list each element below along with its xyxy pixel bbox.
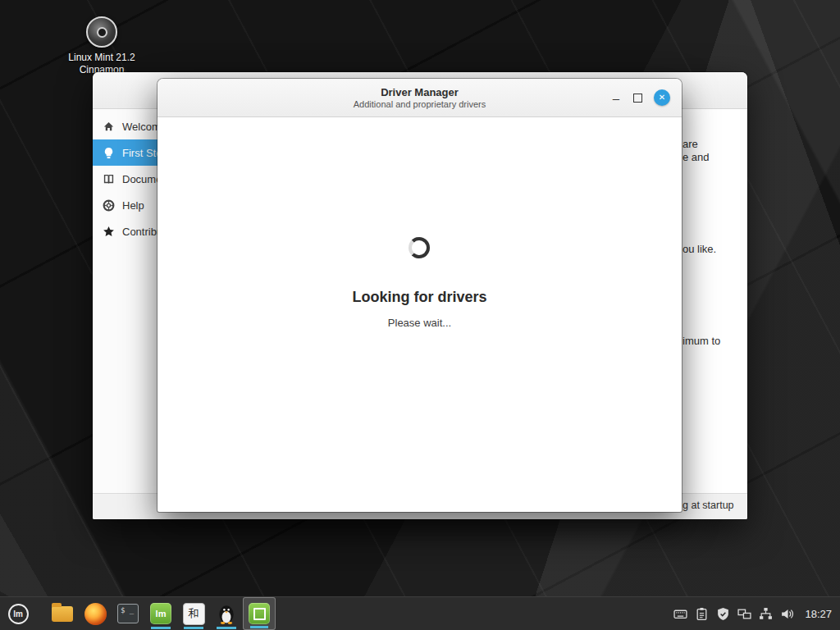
penguin-icon [217,603,236,624]
open-window-indicator [250,626,268,628]
help-lifering-icon [103,199,115,212]
minimize-icon[interactable]: – [610,91,622,105]
truncated-text: e and [682,151,710,163]
truncated-text: imum to [682,335,720,347]
star-icon [103,226,115,238]
taskbar: lm $ _ lm 和 [0,596,840,630]
maximize-icon[interactable] [633,94,642,103]
truncated-text: ou like. [682,243,716,255]
driver-manager-headerbar[interactable]: Driver Manager Additional and proprietar… [158,79,682,117]
volume-icon[interactable] [780,607,794,621]
desktop-icon-linux-mint-iso[interactable]: Linux Mint 21.2 Cinnamon [56,16,148,76]
close-icon[interactable]: ✕ [654,89,670,106]
window-button-driver-manager[interactable] [243,597,276,630]
driver-manager-window: Driver Manager Additional and proprietar… [158,79,682,512]
firefox-launcher[interactable] [79,597,112,630]
system-tray: 18:27 [673,607,840,621]
clipboard-icon[interactable] [695,607,709,621]
mint-menu-button[interactable]: lm [0,597,36,630]
mint-welcome-icon: lm [150,603,171,624]
loading-spinner [409,237,430,258]
clock[interactable]: 18:27 [805,608,832,620]
home-icon [103,121,115,133]
window-title: Driver Manager [381,86,459,99]
ime-icon: 和 [183,603,205,625]
truncated-text: are [682,138,698,150]
book-icon [103,173,115,185]
shield-updates-icon[interactable] [716,607,730,621]
lightbulb-icon [103,147,115,159]
window-button-xterm[interactable] [210,597,243,630]
network-icon[interactable] [737,607,751,621]
open-window-indicator [184,627,203,629]
file-manager-launcher[interactable] [46,597,79,630]
driver-manager-icon [249,603,270,624]
open-window-indicator [217,627,236,629]
window-button-input-method[interactable]: 和 [177,597,210,630]
network-tree-icon[interactable] [759,607,773,621]
terminal-icon: $ _ [117,604,139,623]
terminal-launcher[interactable]: $ _ [112,597,144,630]
keyboard-layout-icon[interactable] [673,607,687,621]
firefox-icon [84,603,107,625]
status-message: Please wait... [158,317,682,329]
desktop-icon-label-line1: Linux Mint 21.2 [56,52,148,64]
window-button-welcome[interactable]: lm [144,597,177,630]
startup-checkbox-label-truncated: g at startup [682,500,734,511]
chip-glyph [253,608,266,620]
cd-disc-icon [86,16,117,48]
window-subtitle: Additional and proprietary drivers [354,99,486,110]
mint-logo-icon: lm [8,604,29,624]
open-window-indicator [151,627,171,629]
folder-icon [52,606,73,622]
sidebar-item-label: Help [122,199,144,212]
status-heading: Looking for drivers [158,289,682,306]
